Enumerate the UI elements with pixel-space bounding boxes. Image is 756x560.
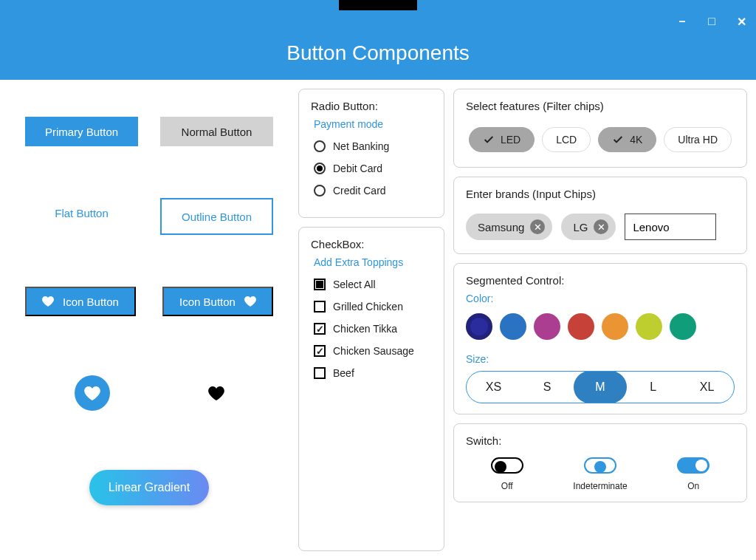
app-header: – □ ✕ Button Components <box>0 0 756 80</box>
switch-on[interactable] <box>677 457 709 474</box>
window-notch <box>339 0 417 10</box>
radio-icon <box>314 163 326 174</box>
filter-chip[interactable]: Ultra HD <box>664 127 732 152</box>
filter-chip-label: 4K <box>630 134 642 146</box>
icon-button-trailing[interactable]: Icon Button <box>162 287 273 316</box>
switch-card: Switch: Off Indeterminate On <box>453 423 747 502</box>
radio-option[interactable]: Net Banking <box>314 140 429 152</box>
filter-chip-label: Ultra HD <box>678 134 718 146</box>
outline-button[interactable]: Outline Button <box>160 198 273 235</box>
radio-card: Radio Button: Payment mode Net BankingDe… <box>298 89 444 218</box>
close-button[interactable]: ✕ <box>726 10 756 33</box>
icon-button-leading[interactable]: Icon Button <box>25 287 136 316</box>
checkbox-group-label: Add Extra Toppings <box>314 256 432 268</box>
radio-label: Net Banking <box>333 140 389 152</box>
color-swatch[interactable] <box>636 313 662 340</box>
input-chips-card: Enter brands (Input Chips) Samsung✕LG✕ <box>453 177 747 254</box>
checkbox-label: Chicken Tikka <box>333 323 397 335</box>
heart-icon <box>42 296 54 307</box>
color-swatch[interactable] <box>500 313 526 340</box>
input-chip-label: Samsung <box>478 221 524 233</box>
segmented-size-label: Size: <box>466 353 735 365</box>
window-controls: – □ ✕ <box>667 10 756 33</box>
gradient-button[interactable]: Linear Gradient <box>89 470 209 505</box>
chip-remove-icon[interactable]: ✕ <box>594 219 608 234</box>
fab-heart-filled[interactable] <box>75 375 110 411</box>
chip-remove-icon[interactable]: ✕ <box>530 219 545 234</box>
radio-icon <box>314 185 326 197</box>
checkbox-icon <box>314 279 326 290</box>
input-chip-label: LG <box>573 221 588 233</box>
radio-icon <box>314 140 326 152</box>
checkbox-card: CheckBox: Add Extra Toppings Select AllG… <box>298 227 444 551</box>
radio-label: Debit Card <box>333 163 382 174</box>
size-segment[interactable]: XS <box>467 372 520 403</box>
chip-text-input[interactable] <box>625 214 716 240</box>
size-segment[interactable]: XL <box>680 372 734 403</box>
checkbox-option[interactable]: Grilled Chicken <box>314 301 429 313</box>
switch-indeterminate-label: Indeterminate <box>573 481 627 491</box>
switch-off[interactable] <box>491 457 523 474</box>
checkbox-icon <box>314 345 326 357</box>
size-segment[interactable]: S <box>520 372 574 403</box>
filter-chip[interactable]: LED <box>469 127 535 152</box>
switch-title: Switch: <box>466 434 735 447</box>
checkbox-icon <box>314 301 326 313</box>
color-swatch[interactable] <box>670 313 696 340</box>
checkbox-label: Chicken Sausage <box>333 345 414 357</box>
input-chip: Samsung✕ <box>466 214 552 240</box>
radio-title: Radio Button: <box>311 100 432 112</box>
color-swatch[interactable] <box>466 313 492 340</box>
radio-label: Credit Card <box>333 185 386 197</box>
checkbox-option[interactable]: Select All <box>314 279 429 290</box>
minimize-button[interactable]: – <box>667 10 697 33</box>
segmented-card: Segmented Control: Color: Size: XSSMLXL <box>453 263 747 414</box>
radio-group-label: Payment mode <box>314 118 432 130</box>
primary-button[interactable]: Primary Button <box>25 117 138 146</box>
filter-chip[interactable]: 4K <box>598 127 656 152</box>
size-segment[interactable]: M <box>574 371 628 403</box>
input-chips-title: Enter brands (Input Chips) <box>466 188 735 200</box>
checkbox-icon <box>314 323 326 335</box>
filter-chip-label: LED <box>501 134 520 146</box>
maximize-button[interactable]: □ <box>697 10 726 33</box>
filter-chips-card: Select features (Filter chips) LEDLCD4KU… <box>453 89 747 168</box>
flat-button[interactable]: Flat Button <box>25 198 138 228</box>
heart-icon <box>84 386 100 400</box>
checkbox-option[interactable]: Chicken Tikka <box>314 323 429 335</box>
checkbox-option[interactable]: Beef <box>314 367 429 379</box>
switch-on-label: On <box>687 481 699 491</box>
check-icon <box>483 134 495 146</box>
radio-option[interactable]: Credit Card <box>314 185 429 197</box>
color-swatch[interactable] <box>602 313 628 340</box>
filter-chip-label: LCD <box>556 134 577 146</box>
checkbox-title: CheckBox: <box>311 238 432 250</box>
icon-button-label: Icon Button <box>63 296 119 308</box>
normal-button[interactable]: Normal Button <box>160 117 273 146</box>
segmented-color-label: Color: <box>466 293 735 304</box>
buttons-panel: Primary Button Normal Button Flat Button… <box>9 89 289 551</box>
size-segment[interactable]: L <box>626 372 680 403</box>
filter-chip[interactable]: LCD <box>542 127 591 152</box>
checkbox-label: Select All <box>333 279 376 290</box>
checkbox-label: Grilled Chicken <box>333 301 403 313</box>
heart-icon-plain[interactable] <box>208 386 224 400</box>
check-icon <box>612 134 624 146</box>
switch-indeterminate[interactable] <box>584 457 616 474</box>
checkbox-option[interactable]: Chicken Sausage <box>314 345 429 357</box>
radio-option[interactable]: Debit Card <box>314 163 429 174</box>
heart-icon <box>244 296 256 307</box>
checkbox-icon <box>314 367 326 379</box>
input-chip: LG✕ <box>561 214 616 240</box>
icon-button-label: Icon Button <box>179 296 236 308</box>
switch-off-label: Off <box>501 481 513 491</box>
color-swatch[interactable] <box>534 313 560 340</box>
color-swatch[interactable] <box>568 313 594 340</box>
filter-chips-title: Select features (Filter chips) <box>466 100 735 112</box>
segmented-title: Segmented Control: <box>466 274 735 287</box>
checkbox-label: Beef <box>333 367 354 379</box>
